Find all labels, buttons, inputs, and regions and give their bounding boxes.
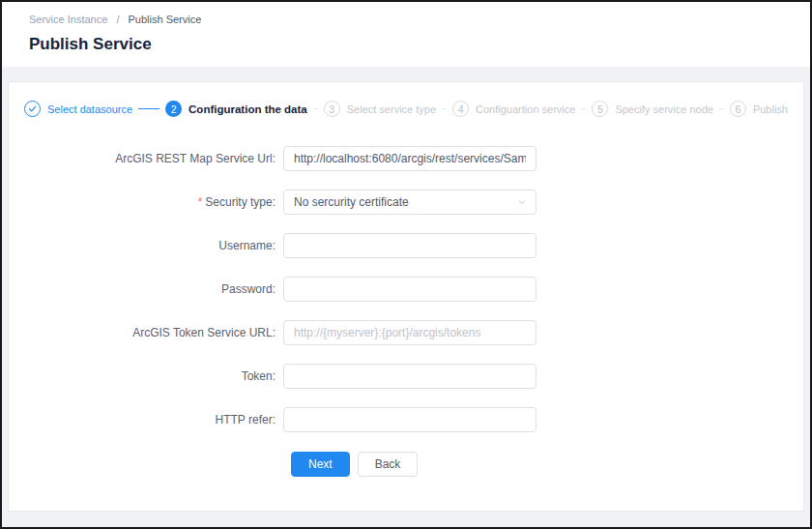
- field-label-token: Token:: [24, 369, 283, 383]
- step-configuartion-service: 4Configuartion service: [452, 101, 575, 117]
- step-label: Select service type: [347, 103, 436, 115]
- form-row-password: Password:: [24, 277, 788, 302]
- step-connector: [442, 108, 447, 109]
- chevron-down-icon: [517, 197, 527, 207]
- field-label-text: Token:: [242, 369, 276, 383]
- field-label-security-type: *Security type:: [24, 195, 283, 209]
- step-label: Select datasource: [47, 103, 132, 115]
- field-label-text: Security type:: [205, 195, 276, 209]
- form-actions: Next Back: [291, 452, 788, 477]
- arcgis-token-service-url-input[interactable]: [283, 320, 536, 345]
- form-row-security-type: *Security type:No sercurity certificate: [24, 190, 788, 215]
- breadcrumb-separator: /: [116, 14, 119, 25]
- step-number-badge: 3: [324, 101, 340, 117]
- field-label-arcgis-rest-map-service-url: ArcGIS REST Map Service Url:: [24, 152, 283, 165]
- field-label-text: Password:: [221, 282, 276, 296]
- wizard-card: Select datasource2Configuration the data…: [8, 81, 804, 512]
- form-row-arcgis-rest-map-service-url: ArcGIS REST Map Service Url:: [24, 146, 788, 171]
- app-window: Service Instance / Publish Service Publi…: [0, 0, 812, 529]
- step-label: Configuartion service: [476, 103, 575, 115]
- step-publish: 6Publish: [730, 101, 788, 117]
- step-number-badge: 2: [165, 101, 182, 117]
- step-label: Configuration the data: [188, 103, 307, 115]
- form-row-arcgis-token-service-url: ArcGIS Token Service URL:: [24, 320, 788, 345]
- page-header: Service Instance / Publish Service Publi…: [2, 2, 810, 67]
- back-button[interactable]: Back: [358, 452, 419, 477]
- step-number-badge: 5: [592, 101, 608, 117]
- field-label-text: Username:: [218, 239, 276, 252]
- step-label: Publish: [753, 103, 788, 115]
- field-label-text: ArcGIS REST Map Service Url:: [115, 152, 276, 165]
- field-label-password: Password:: [24, 282, 283, 296]
- field-label-text: HTTP refer:: [216, 413, 276, 426]
- step-number-badge: 6: [730, 101, 746, 117]
- step-specify-service-node: 5Specify service node: [592, 101, 713, 117]
- step-connector: [719, 108, 724, 109]
- field-label-username: Username:: [24, 239, 283, 252]
- step-configuration-the-data: 2Configuration the data: [165, 101, 307, 117]
- token-input[interactable]: [283, 364, 536, 389]
- check-icon: [24, 101, 41, 117]
- password-input[interactable]: [283, 277, 536, 302]
- page-content: Select datasource2Configuration the data…: [2, 67, 810, 512]
- step-select-service-type: 3Select service type: [324, 101, 436, 117]
- breadcrumb: Service Instance / Publish Service: [29, 14, 783, 25]
- page-title: Publish Service: [29, 35, 783, 54]
- step-select-datasource[interactable]: Select datasource: [24, 101, 132, 117]
- field-label-http-refer: HTTP refer:: [24, 413, 283, 426]
- security-type-select[interactable]: No sercurity certificate: [283, 190, 536, 215]
- step-number-badge: 4: [452, 101, 469, 117]
- breadcrumb-item-service-instance[interactable]: Service Instance: [29, 14, 107, 25]
- field-label-arcgis-token-service-url: ArcGIS Token Service URL:: [24, 326, 283, 339]
- steps-bar: Select datasource2Configuration the data…: [24, 101, 788, 117]
- publish-service-form: ArcGIS REST Map Service Url:*Security ty…: [24, 146, 788, 432]
- field-label-text: ArcGIS Token Service URL:: [132, 326, 276, 339]
- http-refer-input[interactable]: [283, 407, 536, 432]
- step-label: Specify service node: [615, 103, 713, 115]
- step-connector: [138, 108, 160, 109]
- breadcrumb-item-publish-service: Publish Service: [129, 14, 202, 25]
- select-value: No sercurity certificate: [294, 195, 409, 209]
- step-connector: [581, 108, 586, 109]
- form-row-token: Token:: [24, 364, 788, 389]
- step-connector: [313, 108, 318, 109]
- form-row-http-refer: HTTP refer:: [24, 407, 788, 432]
- username-input[interactable]: [283, 233, 536, 258]
- required-asterisk: *: [198, 195, 203, 209]
- form-row-username: Username:: [24, 233, 788, 258]
- arcgis-rest-map-service-url-input[interactable]: [283, 146, 536, 171]
- next-button[interactable]: Next: [291, 452, 350, 477]
